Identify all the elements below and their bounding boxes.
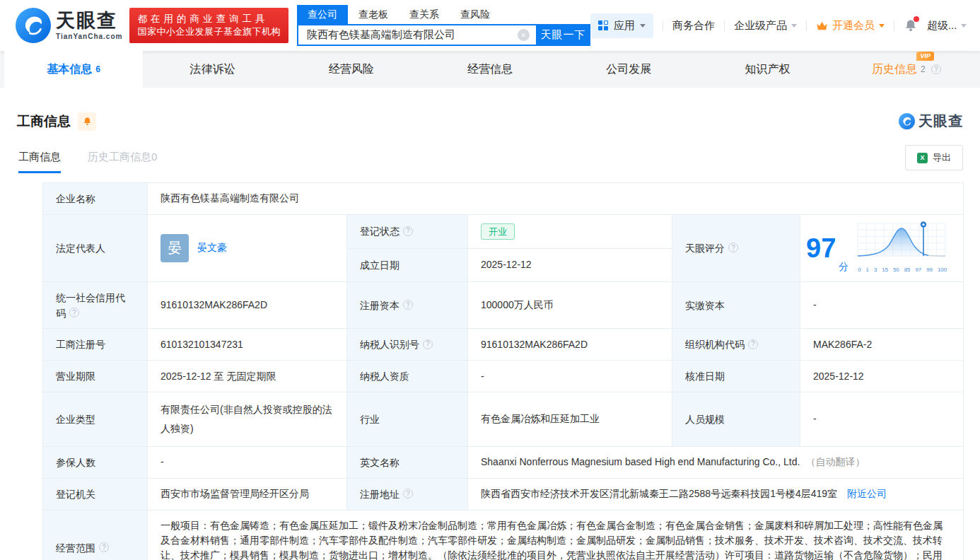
help-icon[interactable] <box>403 489 413 498</box>
tab-label: 历史信息 <box>872 63 917 75</box>
help-icon[interactable] <box>99 542 109 552</box>
search-tab-risk[interactable]: 查风险 <box>450 5 501 24</box>
chevron-down-icon <box>640 24 646 28</box>
logo-title: 天眼查 <box>56 11 122 30</box>
paid-capital-label: 实缴资本 <box>672 281 800 329</box>
org-code-label: 组织机构代码 <box>672 329 800 361</box>
clear-icon[interactable] <box>518 29 530 41</box>
watermark-text: 天眼查 <box>918 112 963 131</box>
divider <box>663 21 663 31</box>
enterprise-products-label: 企业级产品 <box>734 19 787 33</box>
divider <box>724 21 725 31</box>
table-row: 企业类型 有限责任公司(非自然人投资或控股的法人独资) 行业 有色金属冶炼和压延… <box>43 392 964 446</box>
table-row: 经营范围 一般项目：有色金属铸造；有色金属压延加工；锻件及粉末冶金制品制造；常用… <box>43 510 964 560</box>
help-icon[interactable] <box>69 308 79 317</box>
tyc-score-label: 天眼评分 <box>672 214 800 281</box>
score-unit: 分 <box>839 259 848 274</box>
help-icon[interactable] <box>423 339 433 349</box>
vip-link[interactable]: 开通会员 <box>816 19 885 33</box>
tab-basic-info[interactable]: 基本信息 6 <box>4 51 143 88</box>
tyc-score-value: 97 分 <box>800 214 964 281</box>
table-row: 参保人数 - 英文名称 Shaanxi Nonferrous Magnesium… <box>43 446 964 478</box>
subscribe-bell-icon[interactable] <box>78 112 96 131</box>
search-area: 查公司 查老板 查关系 查风险 天眼一下 <box>297 5 590 46</box>
tab-label: 基本信息 <box>47 62 92 77</box>
company-name-label: 企业名称 <box>43 183 148 215</box>
score-number: 97 <box>806 235 836 262</box>
approval-date-value: 2025-12-12 <box>800 361 964 392</box>
subtab-history-business-info[interactable]: 历史工商信息0 <box>88 151 157 173</box>
top-header: 天眼查 TianYanCha.com 都在用的商业查询工具 国家中小企业发展子基… <box>0 0 980 51</box>
section-subtabs: 工商信息 历史工商信息0 <box>17 151 157 173</box>
staff-size-value: - <box>800 392 964 446</box>
main-content: 工商信息 天眼查 工商信息 历史工商信息0 导出 <box>0 112 980 560</box>
tab-legal-proceedings[interactable]: 法律诉讼 <box>143 51 281 88</box>
divider <box>806 21 807 31</box>
industry-value: 有色金属冶炼和压延加工业 <box>468 392 672 446</box>
search-tabs: 查公司 查老板 查关系 查风险 <box>297 5 590 24</box>
tianyancha-logo[interactable]: 天眼查 TianYanCha.com <box>16 8 122 43</box>
enterprise-products-link[interactable]: 企业级产品 <box>734 19 797 33</box>
table-row: 工商注册号 610132101347231 纳税人识别号 91610132MAK… <box>43 329 964 361</box>
search-tab-boss[interactable]: 查老板 <box>348 5 399 24</box>
taxpayer-quality-label: 纳税人资质 <box>347 361 468 392</box>
tianyancha-watermark-icon <box>899 113 915 129</box>
tab-intellectual-property[interactable]: 知识产权 <box>698 51 836 88</box>
search-tab-company[interactable]: 查公司 <box>297 5 348 24</box>
insured-count-label: 参保人数 <box>43 446 148 478</box>
company-name-value: 陕西有色镁基高端制造有限公司 <box>148 183 964 215</box>
help-icon[interactable] <box>403 300 413 310</box>
tab-company-development[interactable]: 公司发展 <box>559 51 698 88</box>
legal-rep-label: 法定代表人 <box>43 214 148 281</box>
english-name-value: Shaanxi Nonferrous Magnesium based High … <box>468 446 964 478</box>
reg-status-label: 登记状态 <box>347 214 468 248</box>
business-info-table: 企业名称 陕西有色镁基高端制造有限公司 法定代表人 晏 晏文豪 登记状态 开业 … <box>42 182 964 560</box>
auto-translate-note: （自动翻译） <box>805 456 865 467</box>
tab-label: 经营信息 <box>467 62 513 77</box>
taxpayer-quality-value: - <box>468 361 672 392</box>
apps-label: 应用 <box>614 19 635 33</box>
export-label: 导出 <box>933 151 951 164</box>
reg-authority-value: 西安市市场监督管理局经开区分局 <box>148 478 347 510</box>
excel-icon <box>917 153 928 163</box>
nearby-companies-link[interactable]: 附近公司 <box>847 488 887 499</box>
score-distribution-chart: 01 315 5085 9799 100 <box>857 219 947 277</box>
business-coop-link[interactable]: 商务合作 <box>672 19 715 33</box>
tab-count: 6 <box>95 64 100 74</box>
crown-icon <box>816 21 828 31</box>
org-code-value: MAK286FA-2 <box>800 329 964 361</box>
help-icon[interactable] <box>748 339 758 349</box>
promo-badge: 都在用的商业查询工具 国家中小企业发展子基金旗下机构 <box>129 8 288 43</box>
establish-date-value: 2025-12-12 <box>468 248 672 281</box>
promo-line1: 都在用的商业查询工具 <box>137 12 281 26</box>
search-input[interactable] <box>297 24 536 46</box>
apps-menu[interactable]: 应用 <box>590 13 653 38</box>
staff-size-label: 人员规模 <box>672 392 800 446</box>
taxpayer-id-value: 91610132MAK286FA2D <box>468 329 672 361</box>
reg-capital-label: 注册资本 <box>347 281 468 329</box>
table-row: 法定代表人 晏 晏文豪 登记状态 开业 天眼评分 97 分 <box>43 214 964 248</box>
tab-label: 经营风险 <box>329 62 374 77</box>
search-button[interactable]: 天眼一下 <box>536 24 590 46</box>
export-button[interactable]: 导出 <box>905 145 963 170</box>
tab-label: 法律诉讼 <box>189 62 235 77</box>
subtab-business-info[interactable]: 工商信息 <box>18 151 61 173</box>
notification-bell-icon[interactable] <box>904 18 918 33</box>
tab-operation-info[interactable]: 经营信息 <box>421 51 559 88</box>
reg-status-value: 开业 <box>468 214 672 248</box>
help-icon[interactable] <box>931 64 941 74</box>
tab-count: 2 <box>921 64 926 74</box>
logo-domain: TianYanCha.com <box>56 33 122 40</box>
tab-operation-risk[interactable]: 经营风险 <box>282 51 421 88</box>
score-marker-pin <box>921 221 926 256</box>
business-term-value: 2025-12-12 至 无固定期限 <box>148 361 347 392</box>
legal-rep-link[interactable]: 晏文豪 <box>197 240 227 255</box>
search-tab-relation[interactable]: 查关系 <box>399 5 450 24</box>
help-icon[interactable] <box>728 243 738 252</box>
tab-history-info[interactable]: 历史信息 VIP 2 <box>837 51 976 88</box>
avatar[interactable]: 晏 <box>161 234 189 262</box>
super-vip-menu[interactable]: 超级... <box>927 19 967 33</box>
help-icon[interactable] <box>403 226 413 236</box>
reg-number-label: 工商注册号 <box>43 329 148 361</box>
business-term-label: 营业期限 <box>43 361 148 392</box>
